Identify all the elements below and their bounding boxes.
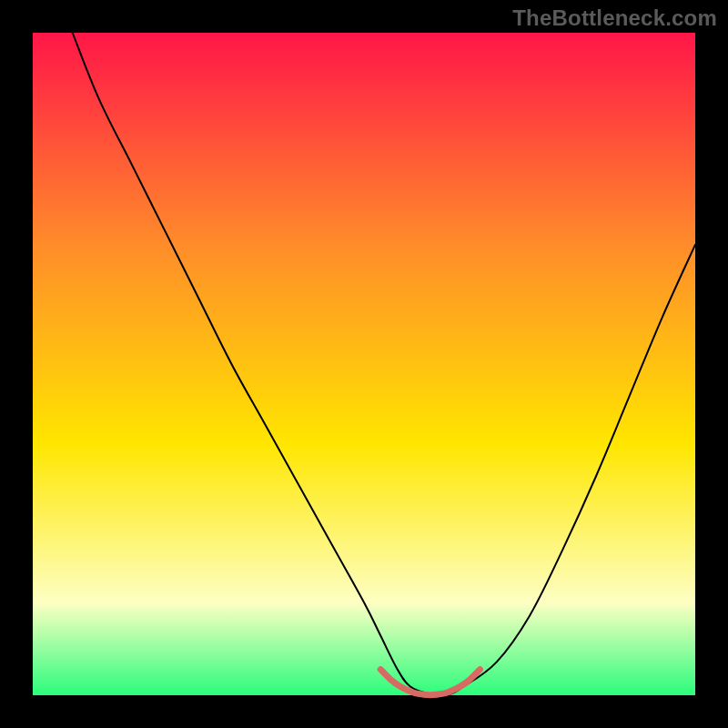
chart-container: TheBottleneck.com bbox=[0, 0, 728, 728]
watermark-text: TheBottleneck.com bbox=[512, 5, 717, 31]
chart-background bbox=[33, 33, 695, 695]
chart-svg bbox=[0, 0, 728, 728]
